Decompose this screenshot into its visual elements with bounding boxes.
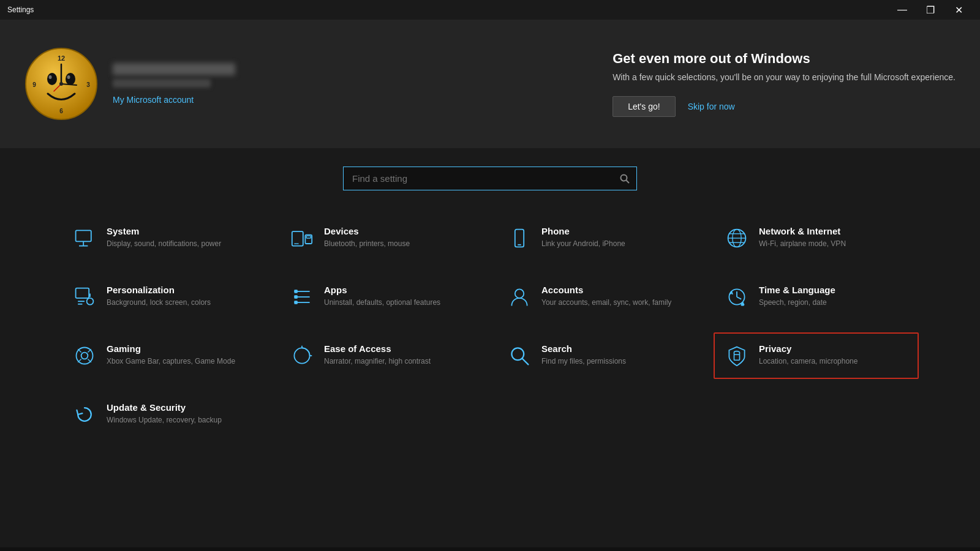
svg-text:あ: あ — [741, 302, 744, 305]
setting-item-system[interactable]: System Display, sound, notifications, po… — [61, 215, 266, 261]
search-icon — [620, 174, 630, 184]
svg-point-10 — [66, 73, 75, 85]
main-content: System Display, sound, notifications, po… — [0, 148, 980, 456]
phone-name: Phone — [541, 226, 690, 236]
setting-item-gaming[interactable]: Gaming Xbox Game Bar, captures, Game Mod… — [61, 332, 266, 379]
accounts-desc: Your accounts, email, sync, work, family — [541, 298, 690, 308]
privacy-name: Privacy — [759, 343, 908, 354]
setting-item-time[interactable]: Aあ Time & Language Speech, region, date — [714, 274, 919, 320]
setting-item-accounts[interactable]: Accounts Your accounts, email, sync, wor… — [496, 274, 701, 320]
setting-item-network[interactable]: Network & Internet Wi-Fi, airplane mode,… — [714, 215, 919, 261]
microsoft-account-link[interactable]: My Microsoft account — [113, 95, 235, 105]
network-name: Network & Internet — [759, 226, 908, 236]
svg-line-14 — [627, 180, 630, 183]
promo-section: Get even more out of Windows With a few … — [612, 51, 956, 117]
setting-item-update[interactable]: Update & Security Windows Update, recove… — [61, 391, 266, 438]
lets-go-button[interactable]: Let's go! — [612, 96, 676, 117]
ease-icon — [290, 343, 314, 368]
profile-banner: 12 6 9 3 My M — [0, 20, 980, 148]
svg-text:9: 9 — [32, 81, 36, 88]
search-input[interactable] — [343, 167, 637, 190]
promo-actions: Let's go! Skip for now — [612, 96, 956, 117]
window-controls: — ❐ ✕ — [888, 0, 973, 20]
setting-item-privacy[interactable]: Privacy Location, camera, microphone — [714, 332, 919, 379]
svg-rect-37 — [294, 290, 297, 293]
svg-rect-38 — [294, 295, 297, 298]
accounts-icon — [507, 285, 532, 309]
system-desc: Display, sound, notifications, power — [107, 239, 255, 249]
svg-point-32 — [87, 298, 94, 305]
apps-name: Apps — [324, 285, 473, 295]
svg-line-43 — [737, 297, 741, 299]
phone-desc: Link your Android, iPhone — [541, 239, 690, 249]
profile-email-blurred — [113, 79, 211, 88]
personalization-icon — [72, 285, 97, 309]
profile-info: My Microsoft account — [113, 63, 235, 105]
setting-item-ease[interactable]: Ease of Access Narrator, magnifier, high… — [279, 332, 484, 379]
personalization-name: Personalization — [107, 285, 255, 295]
gaming-icon — [72, 343, 97, 368]
ease-name: Ease of Access — [324, 343, 473, 354]
minimize-button[interactable]: — — [888, 0, 916, 20]
svg-point-40 — [515, 289, 524, 298]
gaming-name: Gaming — [107, 343, 255, 354]
svg-text:12: 12 — [58, 54, 65, 62]
promo-title: Get even more out of Windows — [612, 51, 956, 67]
profile-name-blurred — [113, 63, 235, 75]
skip-button[interactable]: Skip for now — [688, 102, 735, 111]
time-icon: Aあ — [725, 285, 749, 309]
accounts-name: Accounts — [541, 285, 690, 295]
network-desc: Wi-Fi, airplane mode, VPN — [759, 239, 908, 249]
ease-desc: Narrator, magnifier, high contrast — [324, 356, 473, 367]
svg-point-9 — [47, 73, 57, 85]
devices-desc: Bluetooth, printers, mouse — [324, 239, 473, 249]
maximize-button[interactable]: ❐ — [916, 0, 944, 20]
gaming-desc: Xbox Game Bar, captures, Game Mode — [107, 356, 255, 367]
search-desc: Find my files, permissions — [541, 356, 690, 367]
avatar: 12 6 9 3 — [24, 47, 98, 121]
svg-rect-39 — [294, 301, 297, 304]
svg-rect-21 — [306, 236, 311, 238]
svg-text:3: 3 — [86, 81, 90, 88]
privacy-desc: Location, camera, microphone — [759, 356, 908, 367]
close-button[interactable]: ✕ — [944, 0, 973, 20]
svg-rect-57 — [734, 354, 740, 360]
devices-icon — [290, 226, 314, 250]
svg-point-13 — [621, 174, 627, 181]
search-wrapper — [343, 167, 637, 190]
time-name: Time & Language — [759, 285, 908, 295]
setting-item-personalization[interactable]: Personalization Background, lock screen,… — [61, 274, 266, 320]
svg-text:A: A — [730, 291, 733, 294]
svg-text:6: 6 — [59, 108, 63, 114]
settings-grid: System Display, sound, notifications, po… — [49, 215, 931, 438]
network-icon — [725, 226, 749, 250]
time-desc: Speech, region, date — [759, 298, 908, 308]
title-bar: Settings — ❐ ✕ — [0, 0, 980, 20]
svg-rect-29 — [76, 288, 89, 298]
setting-item-devices[interactable]: Devices Bluetooth, printers, mouse — [279, 215, 484, 261]
system-name: System — [107, 226, 255, 236]
phone-icon — [507, 226, 532, 250]
setting-item-apps[interactable]: Apps Uninstall, defaults, optional featu… — [279, 274, 484, 320]
privacy-icon — [725, 343, 749, 368]
search-icon-button[interactable] — [612, 167, 637, 190]
promo-subtitle: With a few quick selections, you'll be o… — [612, 72, 956, 84]
update-name: Update & Security — [107, 402, 255, 413]
personalization-desc: Background, lock screen, colors — [107, 298, 255, 308]
app-title: Settings — [7, 6, 34, 14]
setting-item-phone[interactable]: Phone Link your Android, iPhone — [496, 215, 701, 261]
search-name: Search — [541, 343, 690, 354]
update-icon — [72, 402, 97, 427]
apps-icon — [290, 285, 314, 309]
svg-rect-15 — [76, 230, 91, 241]
svg-point-47 — [81, 353, 88, 359]
setting-item-search[interactable]: Search Find my files, permissions — [496, 332, 701, 379]
svg-point-8 — [59, 82, 63, 86]
search-icon — [507, 343, 532, 368]
update-desc: Windows Update, recovery, backup — [107, 415, 255, 425]
bottom-bar — [0, 547, 980, 551]
profile-left: 12 6 9 3 My M — [24, 47, 235, 121]
svg-line-56 — [522, 359, 529, 365]
apps-desc: Uninstall, defaults, optional features — [324, 298, 473, 308]
svg-point-12 — [67, 75, 70, 79]
